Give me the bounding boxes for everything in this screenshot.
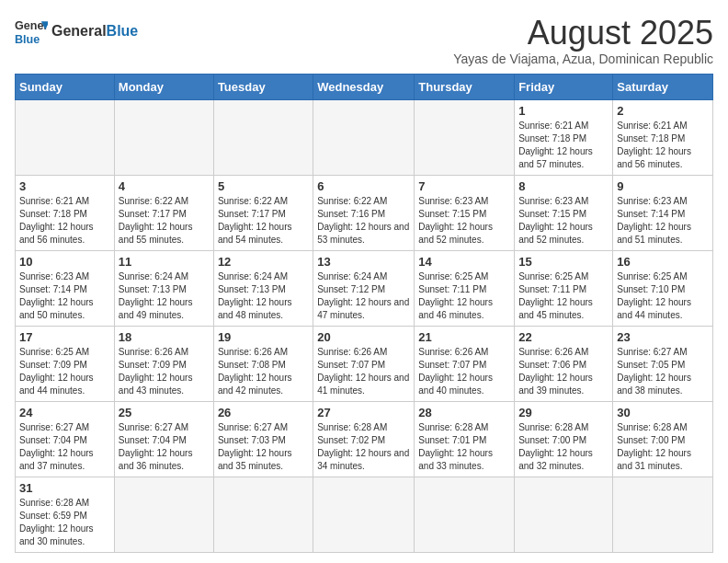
calendar-cell: 15Sunrise: 6:25 AM Sunset: 7:11 PM Dayli…: [515, 250, 613, 326]
day-info: Sunrise: 6:26 AM Sunset: 7:09 PM Dayligh…: [119, 346, 210, 397]
day-number: 13: [317, 255, 410, 269]
day-info: Sunrise: 6:21 AM Sunset: 7:18 PM Dayligh…: [518, 120, 609, 171]
day-info: Sunrise: 6:26 AM Sunset: 7:06 PM Dayligh…: [518, 346, 609, 397]
day-info: Sunrise: 6:23 AM Sunset: 7:14 PM Dayligh…: [617, 195, 709, 247]
calendar-cell: [515, 477, 613, 552]
day-info: Sunrise: 6:28 AM Sunset: 7:00 PM Dayligh…: [617, 421, 709, 473]
week-row-5: 24Sunrise: 6:27 AM Sunset: 7:04 PM Dayli…: [16, 401, 713, 477]
day-number: 9: [617, 179, 709, 193]
calendar-cell: 25Sunrise: 6:27 AM Sunset: 7:04 PM Dayli…: [114, 401, 213, 477]
day-info: Sunrise: 6:24 AM Sunset: 7:12 PM Dayligh…: [317, 270, 410, 322]
calendar-cell: 20Sunrise: 6:26 AM Sunset: 7:07 PM Dayli…: [313, 326, 415, 401]
day-number: 11: [119, 255, 210, 269]
calendar-cell: [313, 477, 415, 552]
day-info: Sunrise: 6:22 AM Sunset: 7:17 PM Dayligh…: [218, 195, 309, 247]
weekday-header-sunday: Sunday: [16, 74, 115, 99]
calendar-cell: [213, 99, 313, 175]
month-year-title: August 2025: [453, 15, 713, 52]
day-number: 31: [19, 481, 110, 495]
calendar-cell: 8Sunrise: 6:23 AM Sunset: 7:15 PM Daylig…: [515, 175, 613, 250]
day-info: Sunrise: 6:25 AM Sunset: 7:11 PM Dayligh…: [518, 270, 609, 322]
calendar-cell: 18Sunrise: 6:26 AM Sunset: 7:09 PM Dayli…: [114, 326, 213, 401]
calendar-cell: 17Sunrise: 6:25 AM Sunset: 7:09 PM Dayli…: [16, 326, 115, 401]
day-number: 25: [119, 406, 210, 419]
calendar-cell: 1Sunrise: 6:21 AM Sunset: 7:18 PM Daylig…: [515, 99, 613, 175]
day-info: Sunrise: 6:22 AM Sunset: 7:16 PM Dayligh…: [317, 195, 410, 247]
week-row-4: 17Sunrise: 6:25 AM Sunset: 7:09 PM Dayli…: [16, 326, 713, 401]
weekday-header-row: SundayMondayTuesdayWednesdayThursdayFrid…: [16, 74, 713, 99]
day-info: Sunrise: 6:26 AM Sunset: 7:08 PM Dayligh…: [218, 346, 309, 397]
day-info: Sunrise: 6:21 AM Sunset: 7:18 PM Dayligh…: [19, 195, 110, 247]
calendar-cell: 4Sunrise: 6:22 AM Sunset: 7:17 PM Daylig…: [114, 175, 213, 250]
logo-general-text: GeneralBlue: [51, 23, 138, 40]
day-number: 29: [518, 406, 609, 419]
calendar-cell: [213, 477, 313, 552]
weekday-header-thursday: Thursday: [415, 74, 515, 99]
day-number: 15: [518, 255, 609, 269]
location-subtitle: Yayas de Viajama, Azua, Dominican Republ…: [453, 52, 713, 66]
day-info: Sunrise: 6:28 AM Sunset: 7:01 PM Dayligh…: [418, 421, 510, 473]
day-number: 20: [317, 330, 410, 344]
calendar-cell: [415, 99, 515, 175]
day-number: 16: [617, 255, 709, 269]
weekday-header-monday: Monday: [114, 74, 213, 99]
day-number: 4: [119, 179, 210, 193]
day-info: Sunrise: 6:27 AM Sunset: 7:04 PM Dayligh…: [119, 421, 210, 473]
day-number: 26: [218, 406, 309, 419]
calendar-cell: 19Sunrise: 6:26 AM Sunset: 7:08 PM Dayli…: [213, 326, 313, 401]
day-info: Sunrise: 6:23 AM Sunset: 7:14 PM Dayligh…: [19, 270, 110, 322]
week-row-1: 1Sunrise: 6:21 AM Sunset: 7:18 PM Daylig…: [16, 99, 713, 175]
day-info: Sunrise: 6:27 AM Sunset: 7:05 PM Dayligh…: [617, 346, 709, 397]
day-number: 30: [617, 406, 709, 419]
day-info: Sunrise: 6:26 AM Sunset: 7:07 PM Dayligh…: [317, 346, 410, 397]
calendar-cell: 26Sunrise: 6:27 AM Sunset: 7:03 PM Dayli…: [213, 401, 313, 477]
day-number: 10: [19, 255, 110, 269]
day-number: 2: [617, 104, 709, 118]
calendar-cell: [415, 477, 515, 552]
weekday-header-saturday: Saturday: [613, 74, 713, 99]
calendar-cell: [16, 99, 115, 175]
day-number: 7: [418, 179, 510, 193]
calendar-table: SundayMondayTuesdayWednesdayThursdayFrid…: [15, 74, 713, 553]
day-number: 17: [19, 330, 110, 344]
calendar-cell: 3Sunrise: 6:21 AM Sunset: 7:18 PM Daylig…: [16, 175, 115, 250]
day-number: 23: [617, 330, 709, 344]
day-number: 8: [518, 179, 609, 193]
day-info: Sunrise: 6:21 AM Sunset: 7:18 PM Dayligh…: [617, 120, 709, 171]
calendar-cell: [114, 477, 213, 552]
day-info: Sunrise: 6:25 AM Sunset: 7:10 PM Dayligh…: [617, 270, 709, 322]
day-number: 21: [418, 330, 510, 344]
week-row-2: 3Sunrise: 6:21 AM Sunset: 7:18 PM Daylig…: [16, 175, 713, 250]
day-info: Sunrise: 6:24 AM Sunset: 7:13 PM Dayligh…: [218, 270, 309, 322]
week-row-6: 31Sunrise: 6:28 AM Sunset: 6:59 PM Dayli…: [16, 477, 713, 552]
day-info: Sunrise: 6:25 AM Sunset: 7:11 PM Dayligh…: [418, 270, 510, 322]
calendar-cell: 6Sunrise: 6:22 AM Sunset: 7:16 PM Daylig…: [313, 175, 415, 250]
day-info: Sunrise: 6:24 AM Sunset: 7:13 PM Dayligh…: [119, 270, 210, 322]
weekday-header-wednesday: Wednesday: [313, 74, 415, 99]
calendar-cell: 22Sunrise: 6:26 AM Sunset: 7:06 PM Dayli…: [515, 326, 613, 401]
calendar-cell: 11Sunrise: 6:24 AM Sunset: 7:13 PM Dayli…: [114, 250, 213, 326]
day-info: Sunrise: 6:28 AM Sunset: 7:00 PM Dayligh…: [518, 421, 609, 473]
day-number: 1: [518, 104, 609, 118]
day-info: Sunrise: 6:28 AM Sunset: 6:59 PM Dayligh…: [19, 497, 110, 548]
logo-blue-text: Blue: [107, 23, 139, 39]
calendar-cell: [114, 99, 213, 175]
day-number: 3: [19, 179, 110, 193]
calendar-cell: 14Sunrise: 6:25 AM Sunset: 7:11 PM Dayli…: [415, 250, 515, 326]
week-row-3: 10Sunrise: 6:23 AM Sunset: 7:14 PM Dayli…: [16, 250, 713, 326]
day-number: 27: [317, 406, 410, 419]
calendar-cell: [613, 477, 713, 552]
day-info: Sunrise: 6:26 AM Sunset: 7:07 PM Dayligh…: [418, 346, 510, 397]
day-number: 5: [218, 179, 309, 193]
day-number: 22: [518, 330, 609, 344]
calendar-cell: 28Sunrise: 6:28 AM Sunset: 7:01 PM Dayli…: [415, 401, 515, 477]
calendar-cell: 13Sunrise: 6:24 AM Sunset: 7:12 PM Dayli…: [313, 250, 415, 326]
weekday-header-friday: Friday: [515, 74, 613, 99]
day-info: Sunrise: 6:22 AM Sunset: 7:17 PM Dayligh…: [119, 195, 210, 247]
day-number: 19: [218, 330, 309, 344]
day-number: 18: [119, 330, 210, 344]
day-info: Sunrise: 6:25 AM Sunset: 7:09 PM Dayligh…: [19, 346, 110, 397]
calendar-cell: 24Sunrise: 6:27 AM Sunset: 7:04 PM Dayli…: [16, 401, 115, 477]
calendar-cell: 29Sunrise: 6:28 AM Sunset: 7:00 PM Dayli…: [515, 401, 613, 477]
day-number: 28: [418, 406, 510, 419]
